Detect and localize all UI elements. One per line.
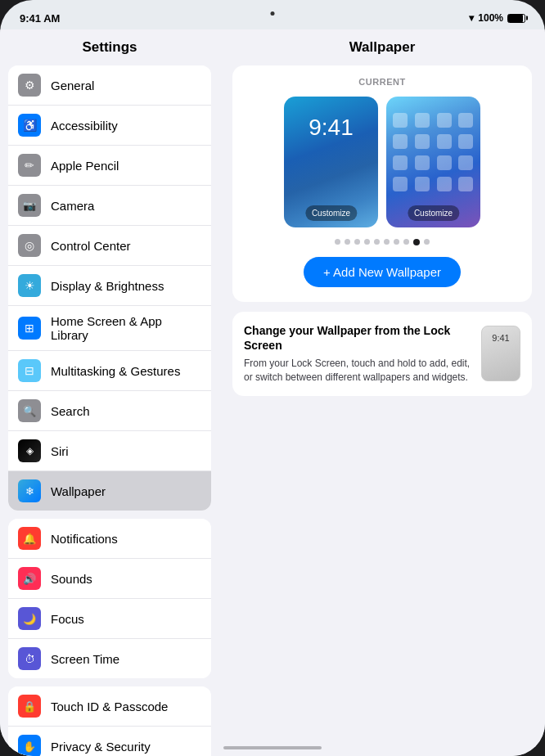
sidebar-item-touchid[interactable]: 🔒 Touch ID & Passcode: [8, 686, 211, 727]
search-icon: 🔍: [18, 399, 41, 422]
homescreen-icon: ⊞: [18, 317, 41, 340]
add-wallpaper-button[interactable]: + Add New Wallpaper: [304, 257, 461, 287]
status-bar: 9:41 AM ▾ 100%: [0, 0, 545, 29]
touchid-label: Touch ID & Passcode: [51, 700, 201, 713]
dot-10[interactable]: [424, 239, 430, 245]
lock-time: 9:41: [309, 115, 354, 141]
screentime-label: Screen Time: [51, 652, 201, 666]
privacy-label: Privacy & Security: [51, 740, 201, 754]
control-label: Control Center: [51, 239, 201, 253]
accessibility-icon: ♿: [18, 114, 41, 137]
sidebar-item-apple-pencil[interactable]: ✏ Apple Pencil: [8, 146, 211, 186]
display-icon: ☀: [18, 274, 41, 297]
home-icons-grid: [393, 113, 474, 191]
dot-3[interactable]: [354, 239, 360, 245]
battery-icon: [507, 14, 525, 23]
sidebar-item-notifications[interactable]: 🔔 Notifications: [8, 519, 211, 559]
sidebar-item-multitasking[interactable]: ⊟ Multitasking & Gestures: [8, 351, 211, 391]
sidebar-item-privacy[interactable]: ✋ Privacy & Security: [8, 727, 211, 756]
sidebar-item-search[interactable]: 🔍 Search: [8, 391, 211, 431]
sidebar[interactable]: Settings ⚙ General ♿ Accessibility: [0, 29, 219, 756]
sidebar-group-1: ⚙ General ♿ Accessibility ✏: [8, 65, 211, 511]
dot-4[interactable]: [364, 239, 370, 245]
sounds-label: Sounds: [51, 572, 201, 586]
sidebar-item-homescreen[interactable]: ⊞ Home Screen & App Library: [8, 306, 211, 351]
privacy-icon: ✋: [18, 735, 41, 756]
sidebar-group-2: 🔔 Notifications 🔊 Sounds 🌙: [8, 519, 211, 678]
main-layout: Settings ⚙ General ♿ Accessibility: [0, 29, 545, 756]
dot-6[interactable]: [384, 239, 390, 245]
screentime-icon: ⏱: [18, 647, 41, 670]
homescreen-label: Home Screen & App Library: [51, 314, 201, 342]
lock-customize-btn[interactable]: Customize: [305, 205, 357, 221]
sounds-icon: 🔊: [18, 567, 41, 590]
tip-title: Change your Wallpaper from the Lock Scre…: [244, 323, 471, 353]
siri-label: Siri: [51, 444, 201, 458]
tip-thumb-time: 9:41: [492, 333, 509, 343]
tip-card: Change your Wallpaper from the Lock Scre…: [232, 312, 532, 396]
dot-5[interactable]: [374, 239, 380, 245]
home-customize-btn[interactable]: Customize: [408, 205, 459, 221]
focus-label: Focus: [51, 612, 201, 626]
notifications-label: Notifications: [51, 532, 201, 546]
camera-icon: 📷: [18, 194, 41, 217]
sidebar-item-wallpaper[interactable]: ❄ Wallpaper: [8, 471, 211, 511]
focus-icon: 🌙: [18, 607, 41, 630]
sidebar-item-general[interactable]: ⚙ General: [8, 65, 211, 106]
tip-thumbnail: 9:41: [481, 326, 520, 381]
dots-row: [244, 239, 520, 245]
general-icon: ⚙: [18, 74, 41, 97]
content-area: Wallpaper CURRENT 9:41 Customize: [219, 29, 545, 756]
dot-7[interactable]: [394, 239, 399, 245]
sidebar-title: Settings: [0, 36, 219, 65]
tip-text-area: Change your Wallpaper from the Lock Scre…: [244, 323, 471, 385]
lock-screen-preview[interactable]: 9:41 Customize: [284, 97, 378, 227]
touchid-icon: 🔒: [18, 695, 41, 718]
sidebar-scroll[interactable]: Settings ⚙ General ♿ Accessibility: [0, 36, 219, 756]
add-wallpaper-label: + Add New Wallpaper: [323, 265, 441, 279]
camera-label: Camera: [51, 199, 201, 213]
device-frame: 9:41 AM ▾ 100% Settings ⚙ Genera: [0, 0, 545, 756]
dot-1[interactable]: [335, 239, 340, 245]
display-label: Display & Brightness: [51, 279, 201, 293]
pencil-icon: ✏: [18, 154, 41, 177]
sidebar-item-control-center[interactable]: ◎ Control Center: [8, 226, 211, 266]
general-label: General: [51, 79, 201, 92]
sidebar-item-focus[interactable]: 🌙 Focus: [8, 599, 211, 639]
wallpaper-label: Wallpaper: [51, 484, 201, 498]
wallpaper-previews: 9:41 Customize: [244, 97, 520, 227]
sidebar-item-sounds[interactable]: 🔊 Sounds: [8, 559, 211, 599]
status-time: 9:41 AM: [20, 11, 60, 25]
control-center-icon: ◎: [18, 234, 41, 257]
wallpaper-card: CURRENT 9:41 Customize: [232, 65, 532, 302]
sidebar-item-camera[interactable]: 📷 Camera: [8, 186, 211, 226]
home-indicator: [223, 746, 322, 749]
pencil-label: Apple Pencil: [51, 159, 201, 173]
dot-2[interactable]: [345, 239, 350, 245]
sidebar-group-3: 🔒 Touch ID & Passcode ✋ Privacy & Securi…: [8, 686, 211, 756]
search-label: Search: [51, 404, 201, 418]
sidebar-item-display[interactable]: ☀ Display & Brightness: [8, 266, 211, 306]
sidebar-item-screentime[interactable]: ⏱ Screen Time: [8, 639, 211, 678]
battery-fill: [508, 15, 523, 22]
tip-description: From your Lock Screen, touch and hold to…: [244, 357, 471, 385]
dot-9[interactable]: [413, 239, 420, 245]
battery-level: 100%: [478, 12, 503, 24]
content-title: Wallpaper: [232, 36, 532, 65]
dot-8[interactable]: [403, 239, 409, 245]
status-right: ▾ 100%: [469, 12, 525, 24]
accessibility-label: Accessibility: [51, 119, 201, 133]
home-screen-preview[interactable]: Customize: [386, 97, 480, 227]
wallpaper-icon: ❄: [18, 479, 41, 502]
siri-icon: ◈: [18, 439, 41, 462]
wifi-icon: ▾: [469, 12, 474, 24]
sidebar-item-siri[interactable]: ◈ Siri: [8, 431, 211, 471]
sidebar-item-accessibility[interactable]: ♿ Accessibility: [8, 106, 211, 146]
current-label: CURRENT: [244, 77, 520, 87]
multitasking-label: Multitasking & Gestures: [51, 364, 201, 378]
multitasking-icon: ⊟: [18, 359, 41, 382]
notifications-icon: 🔔: [18, 527, 41, 550]
